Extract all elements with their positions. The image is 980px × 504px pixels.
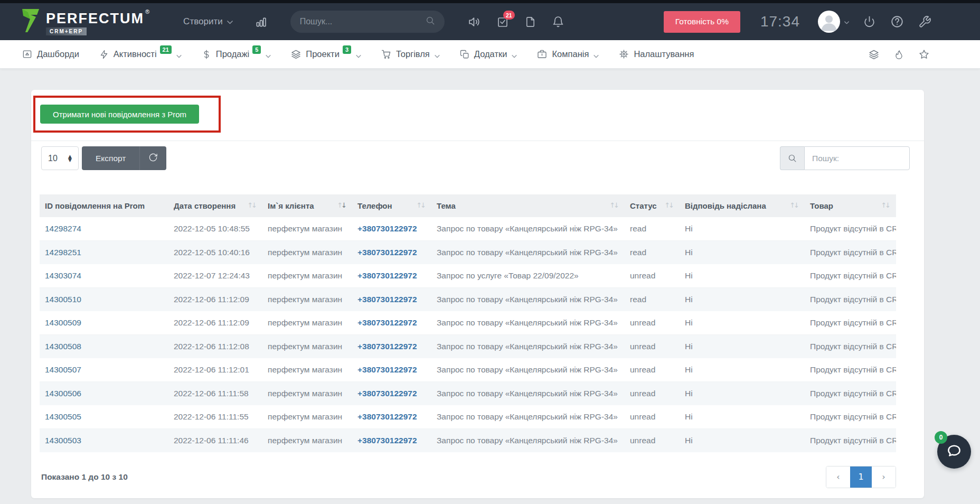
volume-icon[interactable] xyxy=(468,15,481,29)
phone-link[interactable]: +380730122972 xyxy=(357,389,417,398)
phone-link[interactable]: +380730122972 xyxy=(357,224,417,233)
table-row[interactable]: 14300510 2022-12-06 11:12:09 перфектум м… xyxy=(40,288,896,312)
message-id-link[interactable]: 14298251 xyxy=(45,248,81,257)
cell-client: перфектум магазин xyxy=(262,288,352,312)
bar-chart-icon[interactable] xyxy=(255,16,267,28)
phone-link[interactable]: +380730122972 xyxy=(357,412,417,421)
table-row[interactable]: 14300508 2022-12-06 11:12:08 перфектум м… xyxy=(40,335,896,359)
nav-item-company[interactable]: Компанія xyxy=(537,49,599,59)
export-button[interactable]: Експорт xyxy=(82,146,139,170)
col-header-status[interactable]: ↑↓Статус xyxy=(625,194,680,217)
briefcase-icon xyxy=(537,49,547,59)
chevron-down-icon xyxy=(435,50,440,60)
cell-reply: Ні xyxy=(680,217,805,241)
create-label: Створити xyxy=(183,16,223,27)
phone-link[interactable]: +380730122972 xyxy=(357,342,417,351)
wrench-icon[interactable] xyxy=(918,15,931,29)
phone-link[interactable]: +380730122972 xyxy=(357,271,417,280)
nav-item-dashboards[interactable]: Дашборди xyxy=(22,49,79,59)
nav-item-addons[interactable]: Додатки xyxy=(460,49,517,59)
message-id-link[interactable]: 14300503 xyxy=(45,436,81,445)
page-size-select[interactable]: 10 ▲▼ xyxy=(41,146,79,170)
cell-client: перфектум магазин xyxy=(262,382,352,406)
global-search xyxy=(290,11,445,33)
copy-icon xyxy=(460,50,469,59)
message-id-link[interactable]: 14300510 xyxy=(45,295,81,304)
tasks-check-icon[interactable]: 21 xyxy=(496,15,509,28)
col-header-client[interactable]: ↑↓Ім`я клієнта xyxy=(262,194,352,217)
fetch-prom-messages-button[interactable]: Отримати нові повідомлення з Prom xyxy=(40,105,199,124)
bell-icon[interactable] xyxy=(552,15,564,28)
lightning-icon xyxy=(99,50,109,59)
create-menu[interactable]: Створити xyxy=(183,16,233,27)
readiness-button[interactable]: Готовність 0% xyxy=(664,11,740,33)
support-chat-button[interactable]: 0 xyxy=(937,435,971,469)
cell-reply: Ні xyxy=(680,311,805,335)
nav-item-settings[interactable]: Налаштування xyxy=(619,49,694,59)
cell-status: unread xyxy=(625,429,680,453)
phone-link[interactable]: +380730122972 xyxy=(357,365,417,374)
brand-logo[interactable]: PERFECTUM® CRM+ERP xyxy=(21,8,149,35)
table-row[interactable]: 14300509 2022-12-06 11:12:09 перфектум м… xyxy=(40,311,896,335)
phone-link[interactable]: +380730122972 xyxy=(357,318,417,327)
col-header-subject[interactable]: ↑↓Тема xyxy=(431,194,625,217)
sort-icon: ↑↓ xyxy=(609,201,619,209)
layers-icon xyxy=(291,49,301,59)
cell-subject: Запрос по услуге «Товар 22/09/2022» xyxy=(431,264,625,288)
table-row[interactable]: 14300506 2022-12-06 11:11:58 перфектум м… xyxy=(40,382,896,406)
file-icon[interactable] xyxy=(524,16,536,28)
table-row[interactable]: 14300505 2022-12-06 11:11:55 перфектум м… xyxy=(40,405,896,429)
col-header-phone[interactable]: ↑↓Телефон xyxy=(352,194,431,217)
nav-item-projects[interactable]: Проекти3 xyxy=(291,49,361,59)
message-id-link[interactable]: 14300509 xyxy=(45,318,81,327)
star-icon[interactable] xyxy=(919,49,929,60)
table-search-input[interactable] xyxy=(804,146,910,170)
help-icon[interactable] xyxy=(890,15,904,29)
power-icon[interactable] xyxy=(863,15,876,29)
phone-link[interactable]: +380730122972 xyxy=(357,248,417,257)
cell-client: перфектум магазин xyxy=(262,405,352,429)
refresh-button[interactable] xyxy=(139,146,166,170)
global-search-input[interactable] xyxy=(300,17,426,26)
flame-icon[interactable] xyxy=(894,49,904,60)
table-row[interactable]: 14298251 2022-12-05 10:40:16 перфектум м… xyxy=(40,241,896,265)
nav-item-activities[interactable]: Активності21 xyxy=(99,49,182,59)
brand-name: PERFECTUM xyxy=(46,11,144,26)
prev-page-button[interactable]: ‹ xyxy=(826,466,850,488)
phone-link[interactable]: +380730122972 xyxy=(357,295,417,304)
nav-item-sales[interactable]: Продажі5 xyxy=(202,49,271,59)
page-1-button[interactable]: 1 xyxy=(850,466,872,488)
message-id-link[interactable]: 14300506 xyxy=(45,389,81,398)
message-id-link[interactable]: 14303074 xyxy=(45,271,81,280)
cell-product: Продукт відсутній в CRM xyxy=(805,264,896,288)
stepper-arrows-icon: ▲▼ xyxy=(68,155,72,162)
next-page-button[interactable]: › xyxy=(872,466,896,488)
table-row[interactable]: 14300507 2022-12-06 11:12:01 перфектум м… xyxy=(40,358,896,382)
dashboard-icon xyxy=(22,49,32,59)
message-id-link[interactable]: 14298274 xyxy=(45,224,81,233)
col-header-product[interactable]: ↑↓Товар xyxy=(805,194,896,217)
cart-icon xyxy=(381,49,391,59)
layers-icon[interactable] xyxy=(869,49,879,60)
search-icon[interactable] xyxy=(426,16,435,27)
nav-item-trade[interactable]: Торгівля xyxy=(381,49,440,59)
cell-subject: Запрос по товару «Канцелярський ніж RPG-… xyxy=(431,405,625,429)
table-row[interactable]: 14303074 2022-12-07 12:24:43 перфектум м… xyxy=(40,264,896,288)
col-header-id[interactable]: ID повідомлення на Prom xyxy=(40,194,168,217)
col-header-date[interactable]: ↑↓Дата створення xyxy=(168,194,262,217)
message-id-link[interactable]: 14300507 xyxy=(45,365,81,374)
col-header-reply[interactable]: ↑↓Відповідь надіслана xyxy=(680,194,805,217)
message-id-link[interactable]: 14300505 xyxy=(45,412,81,421)
phone-link[interactable]: +380730122972 xyxy=(357,436,417,445)
table-row[interactable]: 14298274 2022-12-05 10:48:55 перфектум м… xyxy=(40,217,896,241)
chevron-down-icon xyxy=(844,17,849,26)
table-search-icon[interactable] xyxy=(780,146,804,170)
registered-mark: ® xyxy=(145,8,149,15)
cell-client: перфектум магазин xyxy=(262,311,352,335)
table-row[interactable]: 14300503 2022-12-06 11:11:46 перфектум м… xyxy=(40,429,896,453)
cell-reply: Ні xyxy=(680,264,805,288)
user-menu[interactable] xyxy=(818,11,849,33)
cell-status: unread xyxy=(625,311,680,335)
message-id-link[interactable]: 14300508 xyxy=(45,342,81,351)
cell-client: перфектум магазин xyxy=(262,241,352,265)
